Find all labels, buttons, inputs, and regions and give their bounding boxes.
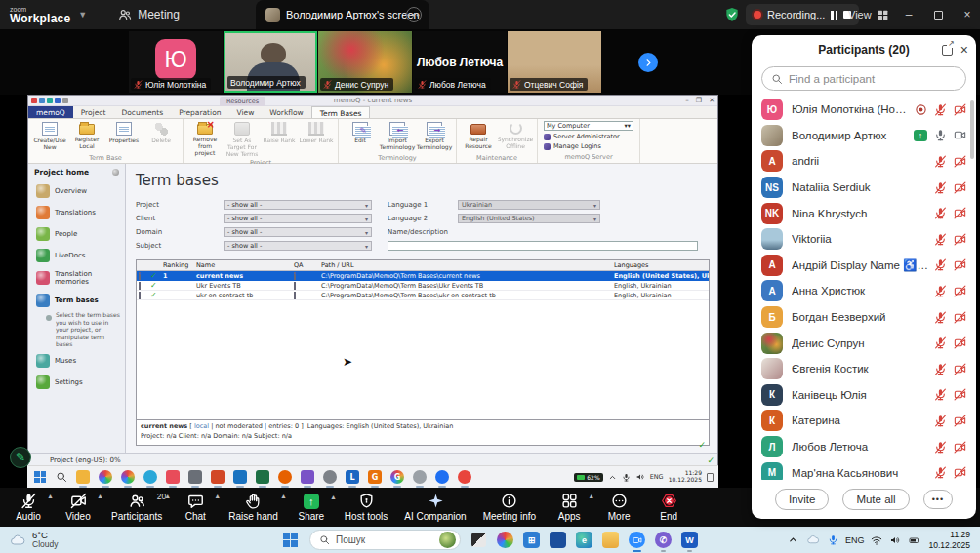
- search-icon[interactable]: [56, 471, 67, 483]
- viber-icon[interactable]: ✆: [655, 532, 672, 548]
- chevron-down-icon[interactable]: ▼: [78, 10, 87, 20]
- cloud-recording-tray-icon[interactable]: [805, 533, 821, 546]
- participant-row[interactable]: AАнна Христюк: [752, 278, 976, 304]
- server-link[interactable]: Manage Logins: [544, 142, 633, 150]
- ribbon-button-remove-from-project[interactable]: Remove from project: [187, 121, 223, 158]
- quick-access-toolbar[interactable]: [31, 98, 68, 103]
- toolbar-more-button[interactable]: More: [602, 493, 635, 522]
- wallet-icon[interactable]: [550, 532, 566, 548]
- mute-all-button[interactable]: Mute all: [842, 489, 909, 510]
- speaker-tray-icon[interactable]: [635, 472, 645, 482]
- video-tile[interactable]: Отцевич Софія: [508, 31, 601, 93]
- chevron-up-icon[interactable]: ▲: [214, 493, 221, 499]
- column-header[interactable]: Name: [194, 261, 292, 269]
- outlook-icon[interactable]: [233, 470, 247, 484]
- chevron-up-icon[interactable]: ▲: [588, 493, 594, 499]
- participant-row[interactable]: ЛЛюбов Летюча: [752, 434, 976, 460]
- taskbar-search[interactable]: Пошук: [309, 530, 461, 550]
- use-checkbox[interactable]: [139, 272, 141, 280]
- ribbon-tab-view[interactable]: View: [228, 106, 262, 118]
- next-participants-button[interactable]: [638, 53, 658, 72]
- memoq-close-button[interactable]: ✕: [709, 97, 715, 104]
- language-indicator[interactable]: ENG: [845, 535, 865, 545]
- ribbon-tab-preparation[interactable]: Preparation: [171, 106, 228, 118]
- client-filter-dropdown[interactable]: - show all -▾: [224, 214, 372, 223]
- excel-icon[interactable]: [256, 470, 269, 484]
- edge-icon[interactable]: e: [576, 532, 592, 548]
- tray-expand-icon[interactable]: [608, 473, 617, 482]
- chevron-up-icon[interactable]: ▲: [330, 494, 337, 500]
- ribbon-button-export-terminology[interactable]: Export Terminology: [417, 121, 452, 153]
- camera-app-icon[interactable]: [458, 470, 471, 484]
- toolbar-end-button[interactable]: End: [652, 493, 685, 522]
- use-checkbox[interactable]: [139, 282, 141, 290]
- table-row[interactable]: ✓ 1 current news C:\ProgramData\MemoQ\Te…: [137, 271, 709, 281]
- pause-recording-button[interactable]: [831, 11, 837, 20]
- participant-row[interactable]: AАндрій Display Name ♿ UA 🐺 ⚒ 🙂…: [752, 253, 976, 279]
- video-tile[interactable]: Денис Супрун: [318, 31, 412, 93]
- memoq-maximize-button[interactable]: ❐: [696, 97, 702, 104]
- participant-row[interactable]: NSNataliia Serdiuk: [752, 175, 976, 201]
- invite-button[interactable]: Invite: [775, 489, 830, 510]
- chevron-up-icon[interactable]: ▲: [280, 493, 287, 499]
- toolbar-ai-companion-button[interactable]: AI Companion: [404, 493, 466, 522]
- tab-meeting[interactable]: Meeting: [118, 8, 180, 21]
- column-header[interactable]: Path / URL: [319, 261, 612, 269]
- memoq-minimize-button[interactable]: –: [685, 97, 689, 104]
- toolbar-audio-button[interactable]: ▲ Audio: [12, 493, 45, 522]
- app-l-icon[interactable]: L: [346, 470, 359, 484]
- close-button[interactable]: ×: [953, 0, 980, 29]
- file-explorer-icon[interactable]: [76, 470, 90, 484]
- column-header[interactable]: Ranking: [161, 261, 194, 269]
- domain-filter-dropdown[interactable]: - show all -▾: [224, 227, 372, 237]
- wifi-icon[interactable]: [871, 534, 882, 546]
- toolbar-chat-button[interactable]: ▲ Chat: [179, 493, 212, 522]
- sidebar-item-livedocs[interactable]: LiveDocs: [28, 245, 125, 266]
- qa-checkbox[interactable]: [294, 292, 296, 299]
- participant-row[interactable]: ММар'яна Касьянович: [752, 459, 976, 480]
- sidebar-item-translations[interactable]: Translations: [28, 202, 125, 223]
- word-icon[interactable]: W: [681, 532, 698, 548]
- ribbon-button-register-local[interactable]: Register Local: [69, 121, 104, 153]
- column-header[interactable]: QA: [292, 261, 306, 269]
- ribbon-tab-workflow[interactable]: Workflow: [262, 106, 310, 118]
- participant-row[interactable]: ЮЮлія Молоткіна (Host, me): [752, 97, 976, 123]
- language-indicator[interactable]: ENG: [650, 473, 664, 481]
- toolbar-meeting-info-button[interactable]: Meeting info: [483, 493, 536, 522]
- toolbar-host-tools-button[interactable]: Host tools: [345, 493, 388, 522]
- mic-tray-icon[interactable]: [622, 473, 631, 482]
- participant-row[interactable]: ККанівець Юлія: [752, 382, 976, 409]
- video-tile[interactable]: Любов Летюча Любов Летюча: [413, 31, 507, 93]
- start-button[interactable]: [283, 533, 298, 547]
- name-description-input[interactable]: [388, 241, 698, 251]
- security-shield-icon[interactable]: [724, 7, 740, 22]
- use-checkbox[interactable]: [139, 292, 141, 299]
- store-icon[interactable]: ⊞: [523, 532, 540, 548]
- ribbon-button-create-use-new[interactable]: Create/Use New: [32, 121, 67, 153]
- recorder-icon[interactable]: [323, 470, 337, 484]
- participant-row[interactable]: NKNina Khrystych: [752, 200, 976, 226]
- participant-row[interactable]: Володимир Артюх↑: [752, 123, 976, 149]
- sidebar-item-settings[interactable]: Settings: [28, 372, 125, 393]
- more-options-button[interactable]: •••: [923, 490, 953, 509]
- toolbar-share-button[interactable]: ↑ ▲ Share: [295, 494, 328, 522]
- view-button[interactable]: View: [848, 4, 889, 25]
- annotation-pencil-icon[interactable]: ✎: [10, 447, 31, 468]
- browser-icon[interactable]: [278, 470, 292, 484]
- ribbon-button-edit[interactable]: Edit: [343, 121, 378, 153]
- tray-expand-icon[interactable]: [788, 534, 798, 545]
- weather-widget[interactable]: 6°C Cloudy: [8, 531, 58, 550]
- toolbar-apps-button[interactable]: ▲ Apps: [552, 493, 586, 522]
- ribbon-tab-memoq[interactable]: memoQ: [28, 106, 73, 118]
- start-button[interactable]: [33, 470, 47, 484]
- server-dropdown[interactable]: My Computer▾▾: [544, 121, 633, 131]
- sidebar-item-translation-memories[interactable]: Translation memories: [28, 266, 125, 290]
- copilot-icon[interactable]: [497, 532, 513, 548]
- clock[interactable]: 11:2910.12.2025: [928, 530, 970, 549]
- app-blue-icon[interactable]: [435, 470, 449, 484]
- project-filter-dropdown[interactable]: - show all -▾: [224, 200, 372, 210]
- qa-checkbox[interactable]: [294, 282, 296, 290]
- pen-icon[interactable]: [301, 470, 314, 484]
- app-red-icon[interactable]: [166, 470, 180, 484]
- close-panel-icon[interactable]: ×: [960, 42, 968, 58]
